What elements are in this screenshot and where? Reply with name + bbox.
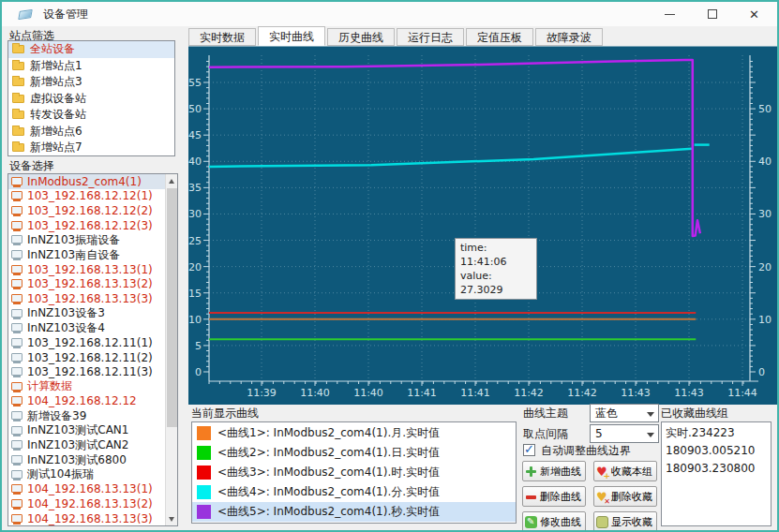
folder-icon bbox=[12, 127, 24, 136]
device-item[interactable]: 103_192.168.13.13(2) bbox=[8, 276, 165, 291]
device-item-label: InNZ103测试CAN2 bbox=[27, 437, 128, 453]
realtime-chart-svg[interactable]: 05101520253035404550550102030405011:3911… bbox=[188, 47, 779, 406]
favorite-group-button[interactable]: 收藏本组 bbox=[593, 461, 657, 481]
device-item[interactable]: 103_192.168.12.12(2) bbox=[8, 203, 165, 218]
device-item[interactable]: 103_192.168.13.13(3) bbox=[8, 291, 165, 306]
device-item[interactable]: InNZ103测试6800 bbox=[8, 452, 165, 467]
device-item[interactable]: 103_192.168.13.13(1) bbox=[8, 262, 165, 277]
legend-item[interactable]: <曲线3>: InModbus2_com4(1).时.实时值 bbox=[192, 463, 516, 482]
device-item-label: 新增设备39 bbox=[27, 408, 86, 424]
maximize-button[interactable] bbox=[691, 2, 733, 26]
curve-theme-select[interactable]: 蓝色 bbox=[590, 404, 659, 422]
device-item[interactable]: InNZ103测试CAN1 bbox=[8, 423, 165, 438]
device-item-label: InNZ103设备4 bbox=[27, 320, 105, 336]
device-select-label: 设备选择 bbox=[9, 158, 54, 174]
tab-realtime-curve[interactable]: 实时曲线 bbox=[258, 26, 325, 46]
device-item[interactable]: InNZ103测试CAN2 bbox=[8, 438, 165, 453]
device-item[interactable]: 104_192.168.13.13(3) bbox=[8, 511, 165, 525]
show-favorite-button[interactable]: 显示收藏 bbox=[593, 511, 657, 532]
site-item[interactable]: 新增站点1 bbox=[8, 58, 174, 75]
app-icon bbox=[18, 8, 33, 19]
device-item-label: 104_192.168.13.13(2) bbox=[27, 497, 153, 510]
delete-curve-button[interactable]: 删除曲线 bbox=[522, 486, 586, 507]
legend-item[interactable]: <曲线4>: InModbus2_com4(1).分.实时值 bbox=[192, 482, 516, 502]
device-item-label: 103_192.168.12.11(1) bbox=[27, 336, 153, 349]
close-button[interactable]: ✕ bbox=[733, 2, 775, 26]
x-tick: 11:40 bbox=[353, 387, 383, 399]
y-left-tick: 5 bbox=[195, 340, 202, 352]
device-item[interactable]: InNZ103振瑞设备 bbox=[8, 233, 165, 248]
device-icon bbox=[11, 220, 22, 231]
x-tick: 11:42 bbox=[514, 387, 544, 399]
curve-button-grid: 新增曲线收藏本组删除曲线删除收藏修改曲线显示收藏 bbox=[522, 461, 659, 532]
y-right-tick: 50 bbox=[758, 103, 772, 115]
device-icon bbox=[11, 234, 22, 245]
device-item[interactable]: 103_192.168.12.11(3) bbox=[8, 364, 165, 379]
y-left-tick: 30 bbox=[188, 208, 202, 220]
y-right-tick: 30 bbox=[758, 208, 772, 220]
device-item[interactable]: 103_192.168.12.12(3) bbox=[8, 218, 165, 233]
y-left-tick: 45 bbox=[188, 129, 202, 141]
device-item[interactable]: 104_192.168.12.12 bbox=[8, 394, 165, 409]
scroll-thumb[interactable] bbox=[167, 188, 177, 427]
y-left-tick: 50 bbox=[188, 103, 202, 115]
site-item[interactable]: 新增站点6 bbox=[8, 124, 174, 140]
heart-del-icon bbox=[596, 491, 608, 503]
site-item[interactable]: 新增站点3 bbox=[8, 74, 174, 91]
curve-theme-label: 曲线主题 bbox=[523, 406, 568, 421]
device-item-label: InNZ103测试6800 bbox=[27, 452, 127, 468]
heart-plus-icon bbox=[596, 466, 608, 478]
tab-setpoint-plate[interactable]: 定值压板 bbox=[466, 28, 533, 46]
minimize-button[interactable] bbox=[649, 2, 691, 26]
site-item[interactable]: 全站设备 bbox=[8, 41, 174, 58]
scroll-down-button[interactable] bbox=[166, 512, 178, 525]
device-item[interactable]: InNZ103南自设备 bbox=[8, 247, 165, 262]
tooltip-value-label: value: bbox=[460, 270, 492, 282]
device-item[interactable]: 104_192.168.13.13(1) bbox=[8, 481, 165, 496]
y-left-tick: 15 bbox=[188, 288, 202, 300]
x-tick: 11:39 bbox=[247, 387, 277, 399]
site-item[interactable]: 新增站点7 bbox=[8, 140, 174, 156]
series-曲线4 bbox=[209, 149, 692, 167]
legend-item[interactable]: <曲线2>: InModbus2_com4(1).日.实时值 bbox=[192, 443, 516, 463]
site-item[interactable]: 虚拟设备站 bbox=[8, 91, 174, 108]
point-interval-select[interactable]: 5 bbox=[590, 424, 659, 443]
auto-adjust-row: 自动调整曲线边界 bbox=[523, 443, 631, 459]
modify-curve-button[interactable]: 修改曲线 bbox=[522, 511, 586, 532]
device-rows: InModbus2_com4(1)103_192.168.12.12(1)103… bbox=[8, 174, 165, 525]
y-right-tick: 10 bbox=[758, 314, 772, 326]
favorite-item[interactable]: 180903.005210 bbox=[666, 442, 767, 460]
tab-history-curve[interactable]: 历史曲线 bbox=[327, 28, 395, 46]
device-list-scrollbar[interactable] bbox=[165, 174, 177, 525]
device-item[interactable]: InModbus2_com4(1) bbox=[8, 174, 165, 189]
tab-fault-record[interactable]: 故障录波 bbox=[535, 28, 603, 46]
device-item[interactable]: 104_192.168.13.13(2) bbox=[8, 496, 165, 511]
device-icon bbox=[11, 483, 22, 495]
favorite-item[interactable]: 180903.230800 bbox=[666, 460, 767, 478]
realtime-curve-chart[interactable]: 05101520253035404550550102030405011:3911… bbox=[188, 46, 779, 405]
favorite-item[interactable]: 实时.234223 bbox=[666, 424, 767, 442]
device-item[interactable]: InNZ103设备3 bbox=[8, 306, 165, 321]
device-item-label: 103_192.168.12.12(3) bbox=[27, 219, 153, 232]
add-curve-button[interactable]: 新增曲线 bbox=[522, 461, 586, 481]
tab-realtime-data[interactable]: 实时数据 bbox=[188, 28, 256, 46]
device-item[interactable]: 计算数据 bbox=[8, 379, 165, 394]
tab-run-log[interactable]: 运行日志 bbox=[397, 28, 464, 46]
scroll-up-button[interactable] bbox=[166, 174, 178, 187]
button-label: 显示收藏 bbox=[611, 515, 652, 529]
delete-favorite-button[interactable]: 删除收藏 bbox=[593, 486, 657, 507]
device-item[interactable]: 新增设备39 bbox=[8, 408, 165, 423]
legend-item[interactable]: <曲线1>: InModbus2_com4(1).月.实时值 bbox=[192, 423, 516, 443]
device-icon bbox=[11, 395, 22, 406]
site-item[interactable]: 转发设备站 bbox=[8, 107, 174, 124]
auto-adjust-checkbox[interactable] bbox=[523, 444, 535, 456]
device-icon bbox=[11, 293, 22, 304]
device-item[interactable]: InNZ103设备4 bbox=[8, 320, 165, 335]
device-item[interactable]: 测试104振瑞 bbox=[8, 467, 165, 482]
device-item[interactable]: 103_192.168.12.12(1) bbox=[8, 189, 165, 204]
folder-icon bbox=[12, 78, 24, 86]
point-interval-label: 取点间隔 bbox=[523, 426, 568, 442]
legend-item[interactable]: <曲线5>: InModbus2_com4(1).秒.实时值 bbox=[192, 502, 516, 522]
device-item[interactable]: 103_192.168.12.11(1) bbox=[8, 335, 165, 350]
device-item[interactable]: 103_192.168.12.11(2) bbox=[8, 350, 165, 365]
